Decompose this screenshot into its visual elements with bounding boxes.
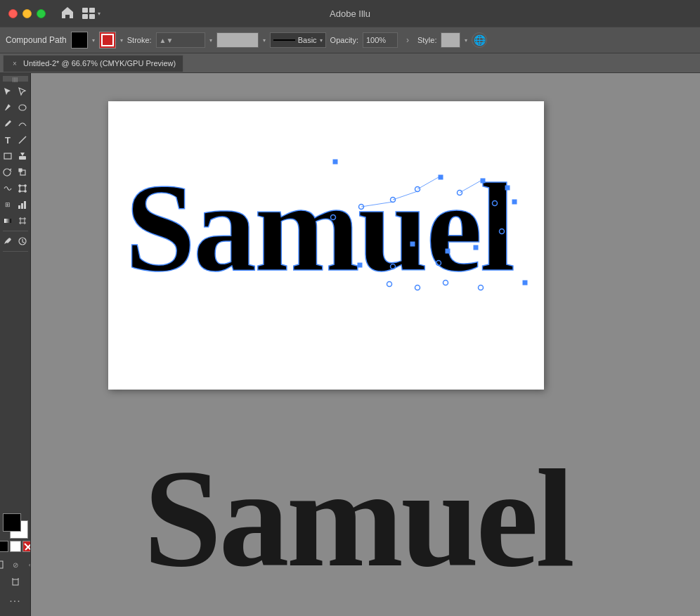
opacity-value[interactable]: 100% <box>363 32 398 48</box>
globe-icon[interactable]: 🌐 <box>472 32 487 48</box>
symbol-tool[interactable]: ⊞ <box>1 197 15 212</box>
mask-mode-icon[interactable]: ⊘ <box>8 557 22 572</box>
tool-row-1 <box>1 84 30 99</box>
svg-point-13 <box>19 191 20 192</box>
svg-rect-30 <box>512 200 517 204</box>
rotate-tool[interactable] <box>1 165 15 180</box>
svg-rect-7 <box>19 156 26 160</box>
traffic-lights <box>8 9 46 18</box>
svg-rect-0 <box>82 8 88 13</box>
artboard: Samuel Samuel <box>108 101 544 390</box>
home-icon[interactable] <box>60 5 75 23</box>
artboard-text-svg: Samuel Samuel <box>115 108 537 376</box>
canvas-area[interactable]: Samuel Samuel <box>31 73 700 616</box>
tool-row-9 <box>1 213 30 229</box>
svg-rect-16 <box>21 203 23 209</box>
svg-rect-39 <box>474 245 478 250</box>
svg-rect-15 <box>18 205 20 209</box>
foreground-swatch[interactable] <box>3 513 21 532</box>
eyedropper-tool[interactable] <box>1 233 15 249</box>
svg-point-11 <box>19 185 20 186</box>
tool-row-8: ⊞ <box>1 197 30 212</box>
white-swatch[interactable] <box>10 541 21 552</box>
workspace-switcher[interactable]: ▾ <box>82 8 101 19</box>
fg-bg-swatches[interactable] <box>3 513 28 539</box>
style-chevron[interactable]: ▾ <box>465 37 467 44</box>
opacity-arrow[interactable]: › <box>402 32 413 48</box>
svg-point-12 <box>25 185 26 186</box>
direct-select-tool[interactable] <box>15 84 30 99</box>
stroke-chevron[interactable]: ▾ <box>120 37 123 44</box>
main-area: |||| T <box>0 73 700 616</box>
minimize-button[interactable] <box>22 9 32 18</box>
view-mode-row: ⊘ ◈ <box>0 557 31 572</box>
chart-tool[interactable] <box>15 197 30 212</box>
line-tool[interactable] <box>15 132 30 148</box>
svg-rect-43 <box>358 263 362 267</box>
rect-tool[interactable] <box>1 148 15 164</box>
style-swatch[interactable] <box>441 32 460 48</box>
svg-rect-29 <box>505 186 510 190</box>
color-swatches: ⊘ ◈ ··· <box>0 513 31 613</box>
fill-chevron[interactable]: ▾ <box>92 37 95 44</box>
eraser-tool[interactable] <box>15 148 30 164</box>
basic-label: Basic <box>298 36 317 44</box>
document-tab[interactable]: × Untitled-2* @ 66.67% (CMYK/GPU Preview… <box>3 55 183 72</box>
black-swatch[interactable] <box>0 541 8 552</box>
stroke-value-box[interactable]: ▲▼ <box>156 32 205 48</box>
svg-line-5 <box>19 136 26 143</box>
tool-row-2 <box>1 100 30 115</box>
tool-separator-2 <box>3 251 28 252</box>
normal-mode-icon[interactable] <box>0 557 6 572</box>
title-bar: ▾ Adobe Illu <box>0 0 700 27</box>
more-tools[interactable]: ··· <box>9 595 20 608</box>
svg-rect-3 <box>89 14 95 19</box>
scale-tool[interactable] <box>15 165 30 180</box>
svg-point-4 <box>19 105 26 110</box>
stroke-dropdown-chevron[interactable]: ▾ <box>209 37 212 44</box>
svg-rect-27 <box>439 175 443 179</box>
workspace-chevron[interactable]: ▾ <box>98 11 101 17</box>
samuel-below-container: Samuel <box>94 418 621 615</box>
tool-row-3 <box>1 116 30 131</box>
close-button[interactable] <box>8 9 18 18</box>
artboard-mode-row <box>8 575 22 590</box>
pencil-tool[interactable] <box>1 116 15 131</box>
mesh-tool[interactable] <box>15 213 30 229</box>
warp-tool[interactable] <box>1 181 15 196</box>
pen-tool[interactable] <box>1 100 15 115</box>
tool-row-10 <box>1 233 30 249</box>
gradient-chevron[interactable]: ▾ <box>263 37 266 44</box>
none-swatch[interactable] <box>22 541 32 552</box>
opacity-label: Opacity: <box>330 36 358 44</box>
stroke-swatch[interactable] <box>99 32 116 49</box>
gradient-tool[interactable] <box>1 213 15 229</box>
artboard-icon[interactable] <box>8 575 22 590</box>
lasso-tool[interactable] <box>15 100 30 115</box>
svg-rect-6 <box>4 153 11 159</box>
svg-rect-21 <box>13 579 18 585</box>
color-gradient-rect[interactable] <box>216 32 259 48</box>
svg-point-14 <box>25 191 26 192</box>
maximize-button[interactable] <box>37 9 46 18</box>
fill-swatch[interactable] <box>71 32 88 49</box>
object-type-label: Compound Path <box>6 35 67 45</box>
tool-row-4: T <box>1 132 30 148</box>
free-transform-tool[interactable] <box>15 181 30 196</box>
type-tool[interactable]: T <box>1 132 15 148</box>
small-swatches-row <box>0 541 31 552</box>
app-title: Adobe Illu <box>330 8 370 19</box>
tab-close-icon[interactable]: × <box>11 59 19 68</box>
isolate-mode-icon[interactable]: ◈ <box>25 557 32 572</box>
tab-title: Untitled-2* @ 66.67% (CMYK/GPU Preview) <box>23 59 176 68</box>
tool-separator-1 <box>3 231 28 231</box>
svg-rect-38 <box>446 249 450 253</box>
svg-rect-47 <box>523 281 527 285</box>
stroke-style-dropdown[interactable]: Basic ▾ <box>270 32 326 48</box>
measure-tool[interactable] <box>15 233 30 249</box>
tool-row-6 <box>1 165 30 180</box>
ruler-indicator: |||| <box>3 76 28 82</box>
smooth-tool[interactable] <box>15 116 30 131</box>
select-tool[interactable] <box>1 84 15 99</box>
svg-rect-9 <box>19 169 22 172</box>
